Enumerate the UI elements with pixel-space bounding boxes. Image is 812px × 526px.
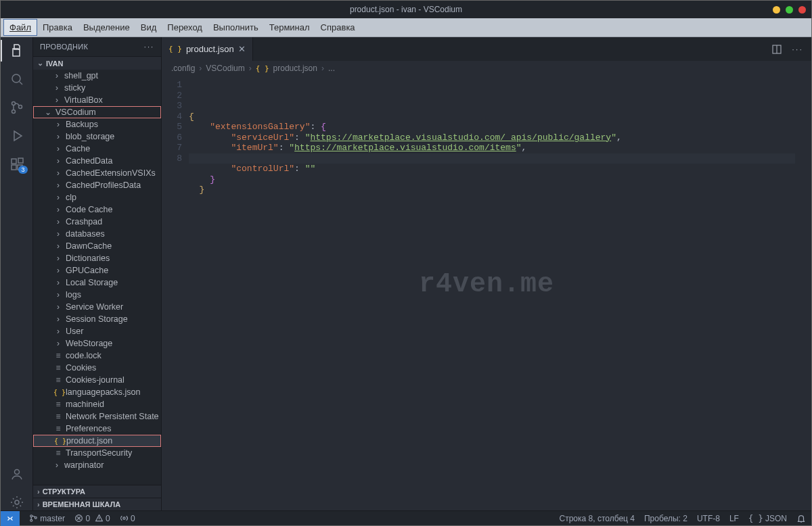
- svg-point-3: [18, 105, 22, 109]
- tree-folder-crashpad[interactable]: ›Crashpad: [33, 216, 161, 228]
- tree-folder-cache[interactable]: ›Cache: [33, 143, 161, 155]
- menu-help[interactable]: Справка: [315, 20, 361, 35]
- split-editor-icon[interactable]: [771, 44, 782, 55]
- menu-go[interactable]: Переход: [162, 20, 208, 35]
- tree-folder-cacheddata[interactable]: ›CachedData: [33, 155, 161, 167]
- svg-point-8: [14, 470, 19, 475]
- sidebar-more-icon[interactable]: ···: [144, 43, 154, 51]
- tree-folder-cachedprofilesdata[interactable]: ›CachedProfilesData: [33, 179, 161, 191]
- svg-point-13: [35, 517, 37, 519]
- tree-folder-dawncache[interactable]: ›DawnCache: [33, 240, 161, 252]
- activitybar: 3: [1, 37, 33, 510]
- tree-folder-vscodium[interactable]: ⌄VSCodium: [33, 106, 161, 118]
- window-controls: [773, 6, 806, 14]
- titlebar: product.json - ivan - VSCodium: [1, 1, 811, 18]
- cursor-position[interactable]: Строка 8, столбец 4: [560, 514, 635, 523]
- notifications-icon[interactable]: [796, 514, 806, 523]
- eol[interactable]: LF: [729, 514, 739, 523]
- svg-point-15: [123, 517, 125, 519]
- tree-file-transportsecurity[interactable]: ≡TransportSecurity: [33, 447, 161, 459]
- tree-folder-blob_storage[interactable]: ›blob_storage: [33, 130, 161, 143]
- current-line-highlight: [189, 153, 795, 164]
- tree-file-machineid[interactable]: ≡machineid: [33, 398, 161, 410]
- svg-rect-5: [12, 165, 16, 170]
- git-branch[interactable]: master: [29, 514, 65, 523]
- editor-more-icon[interactable]: ···: [792, 44, 803, 54]
- sidebar-title: ПРОВОДНИК ···: [33, 37, 161, 56]
- language-mode[interactable]: { } JSON: [748, 514, 787, 523]
- tree-folder-backups[interactable]: ›Backups: [33, 118, 161, 130]
- menu-terminal[interactable]: Терминал: [264, 20, 315, 35]
- tree-folder-service-worker[interactable]: ›Service Worker: [33, 301, 161, 313]
- section-root[interactable]: ⌄IVAN: [33, 56, 161, 70]
- tree-folder-gpucache[interactable]: ›GPUCache: [33, 264, 161, 277]
- svg-rect-7: [18, 158, 23, 163]
- tree-folder-cachedextensionvsixs[interactable]: ›CachedExtensionVSIXs: [33, 167, 161, 179]
- explorer-icon[interactable]: [9, 43, 25, 59]
- tree-folder-clp[interactable]: ›clp: [33, 191, 161, 204]
- editor-area: { } product.json ✕ ··· .config› VSCodium…: [162, 37, 811, 510]
- tree-folder-webstorage[interactable]: ›WebStorage: [33, 337, 161, 350]
- tree-file-code-lock[interactable]: ≡code.lock: [33, 350, 161, 362]
- svg-point-11: [30, 515, 32, 517]
- tree-folder-dictionaries[interactable]: ›Dictionaries: [33, 252, 161, 264]
- menu-run[interactable]: Выполнить: [208, 20, 264, 35]
- tree-file-network-persistent-state[interactable]: ≡Network Persistent State: [33, 410, 161, 423]
- search-icon[interactable]: [9, 71, 25, 87]
- tree-folder-code-cache[interactable]: ›Code Cache: [33, 204, 161, 216]
- tree-folder-local-storage[interactable]: ›Local Storage: [33, 277, 161, 289]
- svg-point-9: [15, 500, 19, 504]
- debug-icon[interactable]: [9, 128, 25, 144]
- sidebar: ПРОВОДНИК ··· ⌄IVAN ›shell_gpt›sticky›Vi…: [33, 37, 162, 510]
- minimize-button[interactable]: [773, 6, 780, 14]
- menu-edit[interactable]: Правка: [37, 20, 78, 35]
- section-outline[interactable]: ›СТРУКТУРА: [33, 485, 161, 498]
- code-content[interactable]: { "extensionsGallery": { "serviceUrl": "…: [189, 76, 795, 510]
- tab-label: product.json: [186, 44, 234, 54]
- window-title: product.json - ivan - VSCodium: [350, 5, 462, 14]
- svg-point-12: [30, 519, 32, 521]
- tree-folder-databases[interactable]: ›databases: [33, 228, 161, 240]
- statusbar: master 0 0 0 Строка 8, столбец 4 Пробелы…: [1, 510, 811, 525]
- menu-file[interactable]: Файл: [3, 19, 37, 36]
- tree-file-preferences[interactable]: ≡Preferences: [33, 423, 161, 435]
- settings-icon[interactable]: [9, 494, 25, 510]
- maximize-button[interactable]: [786, 6, 793, 14]
- json-icon: { }: [168, 45, 182, 53]
- svg-point-1: [12, 102, 15, 105]
- indentation[interactable]: Пробелы: 2: [644, 514, 687, 523]
- encoding[interactable]: UTF-8: [697, 514, 720, 523]
- tree-file-languagepacks-json[interactable]: { }languagepacks.json: [33, 386, 161, 398]
- extensions-icon[interactable]: 3: [9, 156, 25, 172]
- code-editor[interactable]: 12345678 { "extensionsGallery": { "servi…: [162, 76, 811, 510]
- source-control-icon[interactable]: [9, 99, 25, 116]
- svg-point-0: [12, 74, 20, 82]
- file-tree: ›shell_gpt›sticky›VirtualBox⌄VSCodium›Ba…: [33, 70, 161, 485]
- ports[interactable]: 0: [120, 514, 135, 523]
- close-button[interactable]: [798, 6, 806, 14]
- tree-file-product-json[interactable]: { }product.json: [33, 435, 161, 447]
- tab-product-json[interactable]: { } product.json ✕: [162, 37, 253, 61]
- tree-file-cookies-journal[interactable]: ≡Cookies-journal: [33, 374, 161, 386]
- breadcrumb[interactable]: .config› VSCodium› { } product.json› ...: [162, 61, 811, 76]
- remote-icon[interactable]: [1, 511, 20, 526]
- tree-folder-user[interactable]: ›User: [33, 325, 161, 337]
- account-icon[interactable]: [9, 466, 25, 482]
- tab-close-icon[interactable]: ✕: [238, 44, 246, 54]
- tree-file-cookies[interactable]: ≡Cookies: [33, 362, 161, 374]
- tree-folder-session-storage[interactable]: ›Session Storage: [33, 313, 161, 325]
- tree-folder-logs[interactable]: ›logs: [33, 289, 161, 301]
- minimap[interactable]: [795, 76, 811, 510]
- menu-view[interactable]: Вид: [135, 20, 162, 35]
- tree-folder-shell_gpt[interactable]: ›shell_gpt: [33, 70, 161, 82]
- extensions-badge: 3: [18, 166, 27, 174]
- svg-rect-4: [12, 159, 16, 164]
- tree-folder-warpinator[interactable]: ›warpinator: [33, 459, 161, 471]
- problems[interactable]: 0 0: [74, 514, 110, 523]
- menu-selection[interactable]: Выделение: [78, 20, 135, 35]
- line-gutter: 12345678: [162, 76, 189, 510]
- tree-folder-virtualbox[interactable]: ›VirtualBox: [33, 94, 161, 106]
- tree-folder-sticky[interactable]: ›sticky: [33, 82, 161, 94]
- menubar: Файл Правка Выделение Вид Переход Выполн…: [1, 18, 811, 37]
- section-timeline[interactable]: ›ВРЕМЕННАЯ ШКАЛА: [33, 498, 161, 510]
